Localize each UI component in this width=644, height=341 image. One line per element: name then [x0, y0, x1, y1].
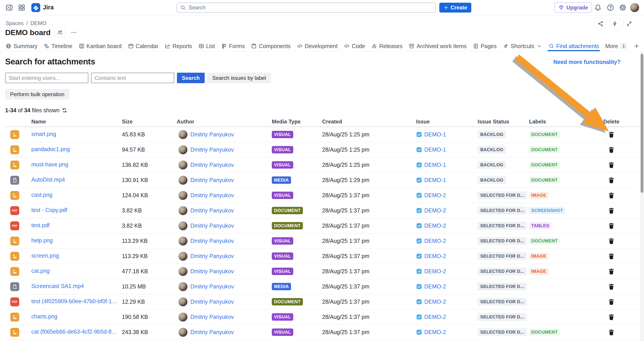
issue-link[interactable]: DEMO-2 [424, 223, 446, 229]
file-name-link[interactable]: test.pdf [31, 222, 50, 229]
file-name-link[interactable]: pandadoc1.png [31, 146, 70, 152]
tab-calendar[interactable]: Calendar [128, 41, 158, 51]
author-link[interactable]: Dmitriy Panyukov [190, 238, 234, 244]
upgrade-button[interactable]: Upgrade [554, 2, 592, 13]
global-search[interactable] [177, 3, 436, 12]
perform-bulk-operation-button[interactable]: Perform bulk operation [5, 89, 69, 99]
global-search-input[interactable] [188, 4, 432, 11]
delete-trash-icon[interactable] [607, 221, 616, 231]
author-link[interactable]: Dmitriy Panyukov [190, 314, 234, 320]
author-link[interactable]: Dmitriy Panyukov [190, 207, 234, 214]
tab-shortcuts[interactable]: Shortcuts [503, 41, 542, 51]
delete-trash-icon[interactable] [607, 282, 616, 291]
issue-link[interactable]: DEMO-1 [424, 131, 446, 138]
need-more-functionality-link[interactable]: Need more functionality? [554, 59, 620, 65]
issue-link[interactable]: DEMO-2 [424, 192, 446, 199]
tab-archived-work-items[interactable]: Archived work items [409, 41, 466, 51]
fullscreen-button[interactable] [624, 18, 635, 29]
sidebar-toggle-icon[interactable] [5, 4, 13, 11]
file-name-link[interactable]: cast.png [31, 192, 52, 198]
delete-trash-icon[interactable] [607, 328, 616, 337]
board-more-options-button[interactable] [69, 28, 78, 37]
contains-text-input[interactable] [91, 73, 174, 83]
file-name-link[interactable]: cat (f065eb66-de63-4cf2-9b5d-843f1b9e... [31, 329, 118, 335]
file-name-link[interactable]: screen.png [31, 253, 59, 259]
author-link[interactable]: Dmitriy Panyukov [190, 192, 234, 199]
author-link[interactable]: Dmitriy Panyukov [190, 253, 234, 259]
tab-code[interactable]: Code [344, 41, 365, 51]
tab-development[interactable]: Development [297, 41, 338, 51]
author-link[interactable]: Dmitriy Panyukov [190, 283, 234, 290]
delete-trash-icon[interactable] [607, 160, 616, 170]
author-link[interactable]: Dmitriy Panyukov [190, 162, 234, 168]
delete-trash-icon[interactable] [607, 236, 616, 246]
tab-timeline[interactable]: Timeline [44, 41, 72, 51]
breadcrumb-project-link[interactable]: DEMO [30, 20, 46, 26]
file-name-link[interactable]: charts.png [31, 313, 58, 320]
issue-link[interactable]: DEMO-2 [424, 268, 446, 275]
delete-trash-icon[interactable] [607, 145, 616, 155]
delete-trash-icon[interactable] [607, 267, 616, 276]
board-members-button[interactable] [54, 28, 65, 37]
delete-trash-icon[interactable] [607, 130, 616, 139]
file-name-link[interactable]: AutoDist.mp4 [31, 176, 65, 183]
user-avatar[interactable] [630, 3, 639, 12]
issue-link[interactable]: DEMO-1 [424, 146, 446, 153]
issue-link[interactable]: DEMO-2 [424, 314, 446, 320]
notifications-bell-icon[interactable] [594, 4, 602, 11]
tab-kanban-board[interactable]: Kanban board [79, 41, 122, 51]
file-name-link[interactable]: test (4f025909-b0ee-47b0-bf0f-147c8afd..… [31, 298, 118, 305]
app-switcher-icon[interactable] [18, 4, 26, 11]
delete-trash-icon[interactable] [607, 191, 616, 200]
help-icon[interactable] [607, 4, 614, 11]
delete-trash-icon[interactable] [607, 176, 616, 185]
create-button[interactable]: Create [439, 3, 471, 12]
file-name-link[interactable]: must-have.png [31, 161, 68, 168]
issue-link[interactable]: DEMO-2 [424, 283, 446, 290]
tab-components[interactable]: Components [251, 41, 290, 51]
jira-logo-icon[interactable] [31, 3, 40, 12]
author-link[interactable]: Dmitriy Panyukov [190, 329, 234, 336]
settings-gear-icon[interactable] [619, 4, 626, 11]
delete-trash-icon[interactable] [607, 252, 616, 261]
scrollbar-thumb[interactable] [641, 54, 643, 193]
file-name-link[interactable]: Screencast SA1.mp4 [31, 283, 84, 289]
issue-link[interactable]: DEMO-2 [424, 253, 446, 259]
delete-trash-icon[interactable] [607, 297, 616, 307]
issue-link[interactable]: DEMO-2 [424, 238, 446, 244]
tab-pages[interactable]: Pages [473, 41, 496, 51]
file-name-link[interactable]: test - Copy.pdf [31, 207, 67, 213]
delete-trash-icon[interactable] [607, 312, 616, 322]
tab-more[interactable]: More1 [605, 41, 627, 51]
file-name-link[interactable]: cat.png [31, 268, 50, 274]
delete-trash-icon[interactable] [607, 206, 616, 215]
file-name-link[interactable]: smart.png [31, 131, 56, 137]
author-link[interactable]: Dmitriy Panyukov [190, 268, 234, 275]
issue-link[interactable]: DEMO-1 [424, 177, 446, 183]
file-name-link[interactable]: help.png [31, 237, 53, 244]
users-filter-input[interactable] [5, 73, 88, 83]
issue-link[interactable]: DEMO-2 [424, 207, 446, 214]
author-link[interactable]: Dmitriy Panyukov [190, 146, 234, 153]
author-link[interactable]: Dmitriy Panyukov [190, 299, 234, 305]
automation-button[interactable] [609, 18, 621, 29]
search-issues-by-label-button[interactable]: Search issues by label [207, 73, 271, 83]
author-link[interactable]: Dmitriy Panyukov [190, 223, 234, 229]
tab-reports[interactable]: Reports [165, 41, 192, 51]
tab-releases[interactable]: Releases [371, 41, 402, 51]
file-name-cell: help.png [31, 237, 122, 245]
tab-summary[interactable]: Summary [6, 41, 37, 51]
breadcrumb-spaces-link[interactable]: Spaces [6, 20, 24, 26]
author-link[interactable]: Dmitriy Panyukov [190, 177, 234, 183]
share-button[interactable] [595, 18, 606, 29]
search-button[interactable]: Search [177, 73, 205, 83]
issue-link[interactable]: DEMO-2 [424, 329, 446, 336]
author-link[interactable]: Dmitriy Panyukov [190, 131, 234, 138]
tab-find-attachments[interactable]: Find attachments [548, 41, 599, 51]
tab-list[interactable]: List [198, 41, 215, 51]
refresh-icon[interactable] [62, 108, 67, 113]
add-tab-button[interactable] [634, 41, 640, 51]
issue-link[interactable]: DEMO-1 [424, 162, 446, 168]
issue-link[interactable]: DEMO-2 [424, 299, 446, 305]
tab-forms[interactable]: Forms [221, 41, 245, 51]
